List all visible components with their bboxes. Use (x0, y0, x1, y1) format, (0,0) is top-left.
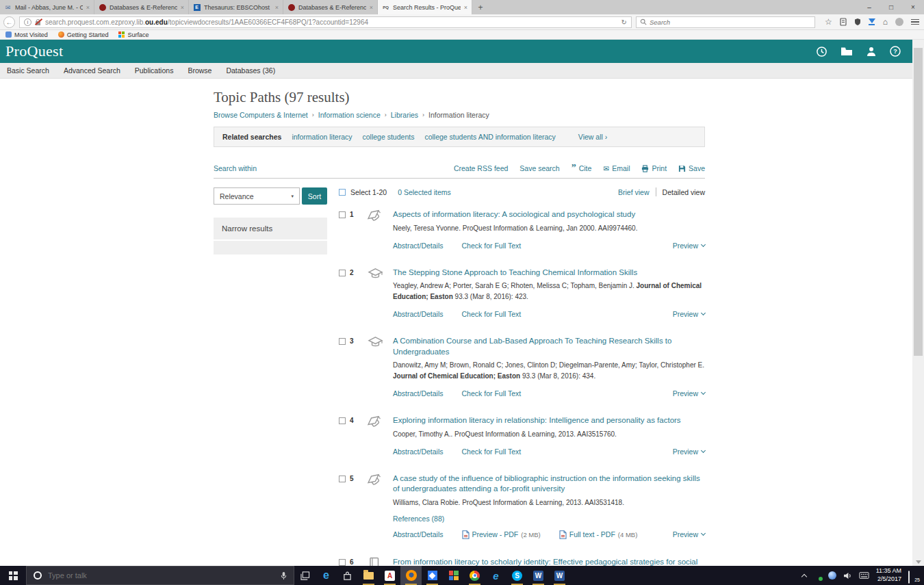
close-button[interactable]: × (902, 0, 924, 14)
result-title-link[interactable]: The Stepping Stone Approach to Teaching … (393, 268, 705, 278)
create-rss-link[interactable]: Create RSS feed (454, 164, 508, 172)
nav-publications[interactable]: Publications (135, 66, 174, 75)
breadcrumb-link[interactable]: Information science (318, 111, 381, 119)
page-info-icon[interactable]: i (24, 18, 31, 26)
start-button[interactable] (0, 566, 26, 585)
onedrive-icon[interactable] (828, 571, 836, 580)
maximize-button[interactable]: □ (880, 0, 902, 14)
bookmark-star-icon[interactable]: ☆ (825, 18, 832, 26)
result-action-link[interactable]: Abstract/Details (393, 447, 444, 456)
cortana-search[interactable] (26, 566, 294, 585)
tab-mail[interactable]: ✉ Mail - Abbas, June M. - O... × (0, 0, 94, 14)
edge-icon[interactable]: e (316, 566, 337, 585)
browser-search-input[interactable] (650, 18, 811, 26)
search-within-link[interactable]: Search within (214, 164, 257, 172)
result-checkbox[interactable] (339, 476, 346, 482)
save-search-link[interactable]: Save search (519, 164, 559, 172)
pocket-icon[interactable] (840, 18, 847, 26)
url-text[interactable]: search.proquest.com.ezproxy.lib.ou.edu/t… (45, 18, 618, 26)
related-search-link[interactable]: college students AND information literac… (424, 133, 555, 141)
bookmark-getting-started[interactable]: Getting Started (58, 31, 109, 38)
result-action-link[interactable]: Abstract/Details (393, 389, 444, 398)
brief-view-link[interactable]: Brief view (618, 188, 650, 196)
result-checkbox[interactable] (339, 270, 346, 276)
apps-grid-icon[interactable] (443, 566, 464, 585)
recent-searches-icon[interactable] (816, 46, 827, 57)
tab-databases-1[interactable]: Databases & E-Reference: ... × (94, 0, 189, 14)
page-scrollbar[interactable] (912, 40, 924, 566)
word-icon[interactable]: W (528, 566, 549, 585)
tab-close-icon[interactable]: × (181, 4, 184, 11)
downloads-icon[interactable] (869, 18, 875, 25)
result-action-link[interactable]: Check for Full Text (462, 242, 522, 250)
cortana-input[interactable] (48, 571, 274, 580)
tab-thesaurus[interactable]: E Thesaurus: EBSCOhost × (189, 0, 283, 14)
tray-expand-icon[interactable] (801, 573, 806, 579)
skype-icon[interactable]: S (506, 566, 528, 585)
result-title-link[interactable]: Aspects of information literacy: A socio… (393, 209, 705, 220)
related-search-link[interactable]: college students (363, 133, 415, 141)
shield-icon[interactable] (854, 18, 861, 26)
back-button[interactable]: ← (3, 16, 15, 28)
microphone-icon[interactable] (281, 571, 287, 580)
folder-icon[interactable] (840, 47, 853, 57)
preview-link[interactable]: Preview (673, 242, 705, 250)
result-action-link[interactable]: Abstract/Details (393, 242, 444, 250)
account-icon[interactable] (895, 18, 903, 26)
minimize-button[interactable]: – (858, 0, 880, 14)
view-all-link[interactable]: View all › (578, 133, 607, 141)
tab-proquest-active[interactable]: PQ Search Results - ProQuest × (378, 0, 472, 14)
chrome-icon[interactable] (464, 566, 485, 585)
sort-select[interactable]: Relevance ▾ (214, 187, 300, 205)
tab-close-icon[interactable]: × (86, 4, 90, 11)
dropbox-icon[interactable] (422, 566, 443, 585)
bookmark-most-visited[interactable]: Most Visited (5, 31, 48, 38)
browser-search-box[interactable] (636, 16, 815, 28)
proquest-logo[interactable]: ProQuest (5, 42, 63, 60)
taskbar-clock[interactable]: 11:35 AM2/5/2017 (876, 567, 901, 583)
result-action-link[interactable]: Abstract/Details (393, 310, 444, 318)
volume-icon[interactable] (843, 572, 852, 580)
print-link[interactable]: Print (641, 164, 667, 172)
file-explorer-icon[interactable] (358, 566, 379, 585)
nav-advanced-search[interactable]: Advanced Search (64, 66, 120, 75)
result-title-link[interactable]: A case study of the influence of bibliog… (393, 473, 705, 495)
result-action-link[interactable]: Abstract/Details (393, 530, 444, 538)
related-search-link[interactable]: information literacy (292, 133, 352, 141)
cite-link[interactable]: ”Cite (572, 164, 592, 172)
save-link[interactable]: Save (678, 164, 705, 172)
menu-icon[interactable] (911, 19, 919, 25)
insecure-content-icon[interactable] (35, 18, 42, 26)
defender-icon[interactable] (813, 571, 821, 580)
task-view-button[interactable] (294, 566, 316, 585)
notification-icon[interactable]: 25 (908, 571, 919, 580)
new-tab-button[interactable]: + (472, 0, 489, 14)
profile-icon[interactable] (866, 46, 877, 57)
preview-link[interactable]: Preview (673, 447, 705, 456)
word-icon-2[interactable]: W (549, 566, 570, 585)
result-checkbox[interactable] (339, 559, 346, 566)
reload-icon[interactable]: ↻ (621, 18, 627, 26)
breadcrumb-link[interactable]: Libraries (391, 111, 418, 119)
result-title-link[interactable]: A Combination Course and Lab-Based Appro… (393, 336, 705, 357)
tab-close-icon[interactable]: × (370, 4, 373, 11)
result-action-link[interactable]: Check for Full Text (462, 310, 522, 318)
home-icon[interactable]: ⌂ (883, 18, 888, 26)
acrobat-icon[interactable]: A (379, 566, 400, 585)
tab-databases-2[interactable]: Databases & E-Reference: ... × (283, 0, 378, 14)
result-checkbox[interactable] (339, 338, 346, 345)
firefox-icon[interactable] (400, 566, 422, 585)
breadcrumb-link[interactable]: Browse Computers & Internet (214, 111, 308, 119)
sort-button[interactable]: Sort (302, 187, 327, 205)
result-action-link[interactable]: Check for Full Text (462, 447, 522, 456)
nav-databases[interactable]: Databases (36) (226, 66, 275, 75)
email-link[interactable]: ✉Email (603, 164, 630, 172)
result-action-link[interactable]: Full text - PDF(4 MB) (559, 530, 638, 539)
result-action-link[interactable]: Preview - PDF(2 MB) (462, 530, 541, 539)
tab-close-icon[interactable]: × (464, 4, 467, 11)
preview-link[interactable]: Preview (673, 530, 705, 538)
tab-close-icon[interactable]: × (275, 4, 279, 11)
result-checkbox[interactable] (339, 211, 346, 218)
url-bar[interactable]: i search.proquest.com.ezproxy.lib.ou.edu… (19, 16, 632, 28)
nav-browse[interactable]: Browse (188, 66, 211, 75)
